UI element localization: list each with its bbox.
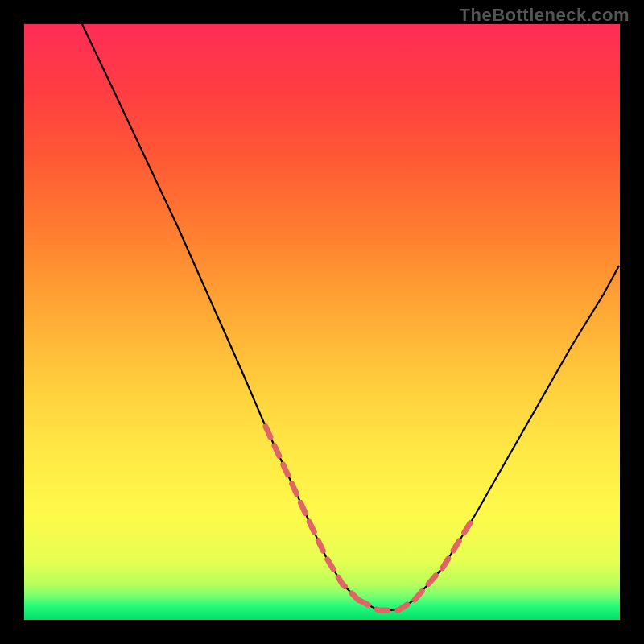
highlight-left: [266, 427, 358, 600]
highlight-bottom: [358, 600, 415, 610]
bottleneck-curve: [82, 24, 619, 610]
plot-area: [24, 24, 620, 620]
curve-svg: [24, 24, 620, 620]
highlight-right: [415, 515, 475, 600]
watermark-text: TheBottleneck.com: [460, 5, 630, 26]
chart-frame: TheBottleneck.com: [0, 0, 644, 644]
